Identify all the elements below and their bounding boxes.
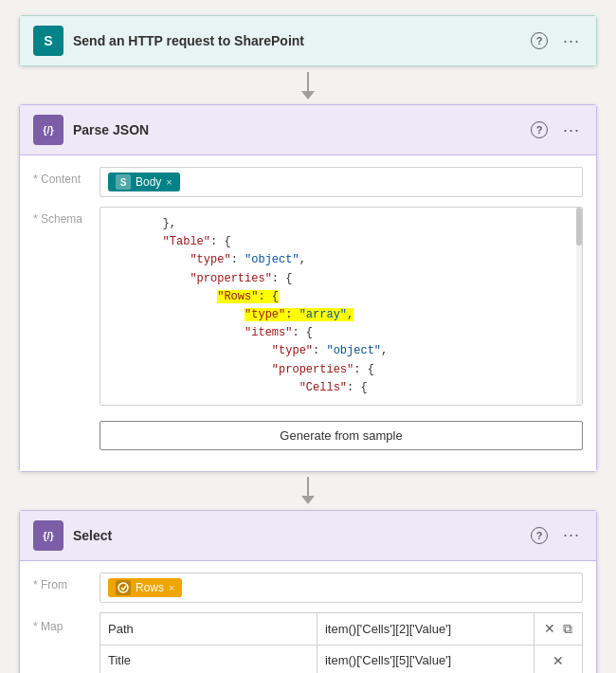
svg-point-0 xyxy=(118,583,128,592)
parsejson-card-actions: ? ··· xyxy=(528,118,583,141)
parsejson-help-icon: ? xyxy=(531,121,548,138)
sharepoint-help-icon: ? xyxy=(531,32,548,49)
map-table: Path item()['Cells'][2]['Value'] ✕ ⧉ xyxy=(100,612,583,673)
select-card-header: {/} Select ? ··· xyxy=(19,510,597,561)
map-copy-button-1[interactable]: ⧉ xyxy=(561,619,574,639)
schema-scroll-thumb xyxy=(576,208,582,246)
rows-token-label: Rows xyxy=(136,581,164,594)
select-card-title: Select xyxy=(73,528,518,543)
map-delete-button-2[interactable]: ✕ xyxy=(551,651,566,670)
select-card: {/} Select ? ··· * From xyxy=(19,510,597,673)
select-help-button[interactable]: ? xyxy=(528,524,551,547)
json-line-1: }, xyxy=(108,215,565,233)
map-action-group-1: ✕ ⧉ xyxy=(542,619,574,639)
schema-label: * Schema xyxy=(33,207,90,226)
map-label: * Map xyxy=(33,612,90,633)
connector-arrow-1 xyxy=(301,91,315,100)
rows-token-icon xyxy=(116,580,131,595)
connector-line-1 xyxy=(307,72,309,91)
connector-1 xyxy=(301,66,315,104)
json-line-3: "type": "object", xyxy=(108,251,565,269)
map-key-2[interactable]: Title xyxy=(100,645,317,673)
from-input[interactable]: Rows × xyxy=(100,573,583,603)
sharepoint-help-button[interactable]: ? xyxy=(528,29,551,52)
sharepoint-more-button[interactable]: ··· xyxy=(560,29,583,52)
connector-arrow-2 xyxy=(301,496,315,504)
parsejson-card-body: * Content S Body × * Schema }, xyxy=(19,155,597,472)
select-icon: {/} xyxy=(33,520,63,551)
parsejson-card-header: {/} Parse JSON ? ··· xyxy=(19,104,597,155)
parsejson-icon: {/} xyxy=(33,115,63,145)
connector-line-2 xyxy=(307,477,309,496)
sharepoint-icon: S xyxy=(33,26,63,56)
map-actions-2: ✕ xyxy=(534,645,582,673)
content-input[interactable]: S Body × xyxy=(100,167,583,197)
rows-token-close[interactable]: × xyxy=(169,582,174,593)
schema-field-row: * Schema }, "Table": { "type": "object",… xyxy=(33,207,583,450)
json-line-8: "type": "object", xyxy=(108,342,565,360)
body-token[interactable]: S Body × xyxy=(108,173,180,191)
from-field-row: * From Rows × xyxy=(33,573,583,603)
map-actions-1: ✕ ⧉ xyxy=(534,612,582,645)
json-line-7: "items": { xyxy=(108,324,565,342)
schema-input[interactable]: }, "Table": { "type": "object", "propert… xyxy=(100,207,583,406)
map-field-row: * Map Path item()['Cells'][2]['Value'] ✕… xyxy=(33,612,583,673)
select-help-icon: ? xyxy=(531,527,548,544)
map-action-group-2: ✕ xyxy=(542,651,574,670)
parsejson-more-button[interactable]: ··· xyxy=(560,118,583,141)
rows-token[interactable]: Rows × xyxy=(108,578,182,597)
map-key-1[interactable]: Path xyxy=(100,612,317,645)
content-label: * Content xyxy=(33,167,90,186)
map-val-2[interactable]: item()['Cells'][5]['Value'] xyxy=(317,645,534,673)
json-line-4: "properties": { xyxy=(108,270,565,288)
connector-2 xyxy=(301,472,315,510)
json-line-2: "Table": { xyxy=(108,233,565,251)
sharepoint-card-title: Send an HTTP request to SharePoint xyxy=(73,33,518,48)
json-line-5: "Rows": { xyxy=(108,288,565,306)
body-token-close[interactable]: × xyxy=(166,176,172,188)
map-delete-button-1[interactable]: ✕ xyxy=(542,619,557,638)
select-card-actions: ? ··· xyxy=(528,524,583,547)
sharepoint-card-actions: ? ··· xyxy=(528,29,583,52)
body-token-icon: S xyxy=(116,174,131,190)
content-field-row: * Content S Body × xyxy=(33,167,583,197)
table-row: Path item()['Cells'][2]['Value'] ✕ ⧉ xyxy=(100,612,583,645)
map-table-container: Path item()['Cells'][2]['Value'] ✕ ⧉ xyxy=(100,612,583,673)
json-line-10: "Cells": { xyxy=(108,379,565,397)
table-row: Title item()['Cells'][5]['Value'] ✕ xyxy=(100,645,583,673)
json-line-6: "type": "array", xyxy=(108,306,565,324)
sharepoint-card-header: S Send an HTTP request to SharePoint ? ·… xyxy=(19,15,597,66)
sharepoint-card: S Send an HTTP request to SharePoint ? ·… xyxy=(19,15,597,66)
schema-content: }, "Table": { "type": "object", "propert… xyxy=(108,215,574,397)
json-line-9: "properties": { xyxy=(108,361,565,379)
parsejson-card-title: Parse JSON xyxy=(73,122,518,137)
from-label: * From xyxy=(33,573,90,591)
body-token-label: Body xyxy=(136,175,161,189)
select-more-button[interactable]: ··· xyxy=(560,524,583,547)
generate-from-sample-button[interactable]: Generate from sample xyxy=(100,421,583,450)
select-card-body: * From Rows × * xyxy=(19,561,597,673)
map-val-1[interactable]: item()['Cells'][2]['Value'] xyxy=(317,612,534,645)
parsejson-card: {/} Parse JSON ? ··· * Content S Body × xyxy=(19,104,597,472)
parsejson-help-button[interactable]: ? xyxy=(528,118,551,141)
schema-scrollbar[interactable] xyxy=(576,208,582,405)
